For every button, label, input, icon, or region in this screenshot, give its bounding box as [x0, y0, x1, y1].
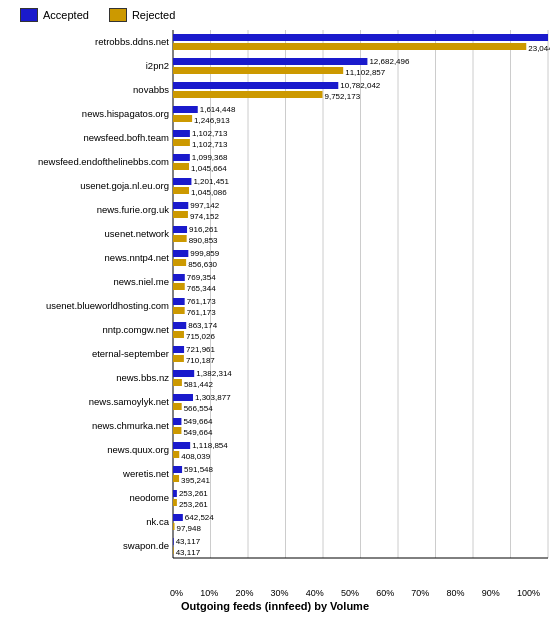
x-axis-label: 70%	[411, 588, 429, 598]
svg-text:253,261: 253,261	[179, 489, 208, 498]
svg-text:549,664: 549,664	[183, 417, 212, 426]
svg-text:43,117: 43,117	[176, 537, 201, 546]
svg-text:97,948: 97,948	[177, 524, 202, 533]
svg-rect-113	[173, 514, 183, 521]
chart-title: Outgoing feeds (innfeed) by Volume	[10, 600, 540, 612]
svg-text:novabbs: novabbs	[133, 84, 169, 95]
svg-rect-78	[173, 346, 184, 353]
x-axis-labels: 0%10%20%30%40%50%60%70%80%90%100%	[170, 585, 540, 598]
svg-text:23,044,333: 23,044,333	[528, 44, 550, 53]
svg-rect-53	[173, 226, 187, 233]
svg-text:408,039: 408,039	[181, 452, 210, 461]
svg-rect-34	[173, 139, 190, 146]
x-axis-label: 0%	[170, 588, 183, 598]
svg-text:news.furie.org.uk: news.furie.org.uk	[97, 204, 170, 215]
svg-text:nntp.comgw.net: nntp.comgw.net	[102, 324, 169, 335]
x-axis-label: 20%	[235, 588, 253, 598]
legend: Accepted Rejected	[10, 8, 540, 22]
legend-accepted-label: Accepted	[43, 9, 89, 21]
svg-text:1,303,877: 1,303,877	[195, 393, 231, 402]
svg-text:1,045,664: 1,045,664	[191, 164, 227, 173]
svg-rect-58	[173, 250, 188, 257]
svg-text:news.samoylyk.net: news.samoylyk.net	[89, 396, 170, 407]
svg-rect-118	[173, 538, 174, 545]
svg-rect-29	[173, 115, 192, 122]
svg-text:news.chmurka.net: news.chmurka.net	[92, 420, 169, 431]
legend-accepted-box	[20, 8, 38, 22]
svg-text:news.hispagatos.org: news.hispagatos.org	[82, 108, 169, 119]
svg-text:642,524: 642,524	[185, 513, 214, 522]
svg-text:swapon.de: swapon.de	[123, 540, 169, 551]
svg-text:566,554: 566,554	[184, 404, 213, 413]
svg-text:weretis.net: weretis.net	[122, 468, 169, 479]
x-axis-row: 0%10%20%30%40%50%60%70%80%90%100%	[170, 585, 540, 598]
svg-text:1,118,854: 1,118,854	[192, 441, 228, 450]
svg-rect-19	[173, 67, 343, 74]
x-axis-label: 60%	[376, 588, 394, 598]
svg-rect-93	[173, 418, 181, 425]
svg-text:usenet.goja.nl.eu.org: usenet.goja.nl.eu.org	[80, 180, 169, 191]
svg-rect-24	[173, 91, 322, 98]
svg-text:999,859: 999,859	[190, 249, 219, 258]
svg-text:710,187: 710,187	[186, 356, 215, 365]
svg-text:news.quux.org: news.quux.org	[107, 444, 169, 455]
svg-rect-23	[173, 82, 338, 89]
x-axis-label: 80%	[447, 588, 465, 598]
x-axis-label: 10%	[200, 588, 218, 598]
svg-text:856,630: 856,630	[188, 260, 217, 269]
svg-text:721,961: 721,961	[186, 345, 215, 354]
svg-text:newsfeed.bofh.team: newsfeed.bofh.team	[83, 132, 169, 143]
svg-rect-103	[173, 466, 182, 473]
svg-rect-68	[173, 298, 185, 305]
svg-rect-38	[173, 154, 190, 161]
svg-text:765,344: 765,344	[187, 284, 216, 293]
svg-text:9,752,173: 9,752,173	[324, 92, 360, 101]
svg-rect-28	[173, 106, 198, 113]
svg-rect-43	[173, 178, 191, 185]
svg-text:1,246,913: 1,246,913	[194, 116, 230, 125]
svg-rect-14	[173, 43, 526, 50]
svg-text:715,026: 715,026	[186, 332, 215, 341]
svg-rect-18	[173, 58, 367, 65]
svg-rect-44	[173, 187, 189, 194]
svg-text:591,548: 591,548	[184, 465, 213, 474]
x-axis-label: 30%	[271, 588, 289, 598]
legend-rejected: Rejected	[109, 8, 175, 22]
svg-rect-39	[173, 163, 189, 170]
svg-text:43,117: 43,117	[176, 548, 201, 557]
svg-rect-114	[173, 523, 175, 530]
svg-rect-48	[173, 202, 188, 209]
svg-rect-83	[173, 370, 194, 377]
x-axis-label: 90%	[482, 588, 500, 598]
svg-text:newsfeed.endofthelinebbs.com: newsfeed.endofthelinebbs.com	[38, 156, 169, 167]
svg-text:890,853: 890,853	[189, 236, 218, 245]
svg-text:i2pn2: i2pn2	[146, 60, 169, 71]
svg-rect-109	[173, 499, 177, 506]
svg-rect-88	[173, 394, 193, 401]
svg-text:11,102,857: 11,102,857	[345, 68, 386, 77]
svg-rect-74	[173, 331, 184, 338]
svg-rect-104	[173, 475, 179, 482]
svg-rect-33	[173, 130, 190, 137]
svg-text:news.bbs.nz: news.bbs.nz	[116, 372, 169, 383]
svg-rect-89	[173, 403, 182, 410]
svg-rect-108	[173, 490, 177, 497]
svg-rect-54	[173, 235, 187, 242]
x-axis-label: 50%	[341, 588, 359, 598]
svg-text:eternal-september: eternal-september	[92, 348, 169, 359]
x-axis-label: 40%	[306, 588, 324, 598]
svg-text:1,099,368: 1,099,368	[192, 153, 228, 162]
svg-rect-64	[173, 283, 185, 290]
svg-rect-84	[173, 379, 182, 386]
svg-text:581,442: 581,442	[184, 380, 213, 389]
svg-text:769,354: 769,354	[187, 273, 216, 282]
svg-text:usenet.network: usenet.network	[105, 228, 170, 239]
svg-rect-73	[173, 322, 186, 329]
svg-text:1,382,314: 1,382,314	[196, 369, 232, 378]
svg-text:1,102,713: 1,102,713	[192, 129, 228, 138]
svg-text:retrobbs.ddns.net: retrobbs.ddns.net	[95, 36, 169, 47]
svg-text:1,102,713: 1,102,713	[192, 140, 228, 149]
svg-rect-13	[173, 34, 548, 41]
svg-text:neodome: neodome	[129, 492, 169, 503]
svg-text:253,261: 253,261	[179, 500, 208, 509]
